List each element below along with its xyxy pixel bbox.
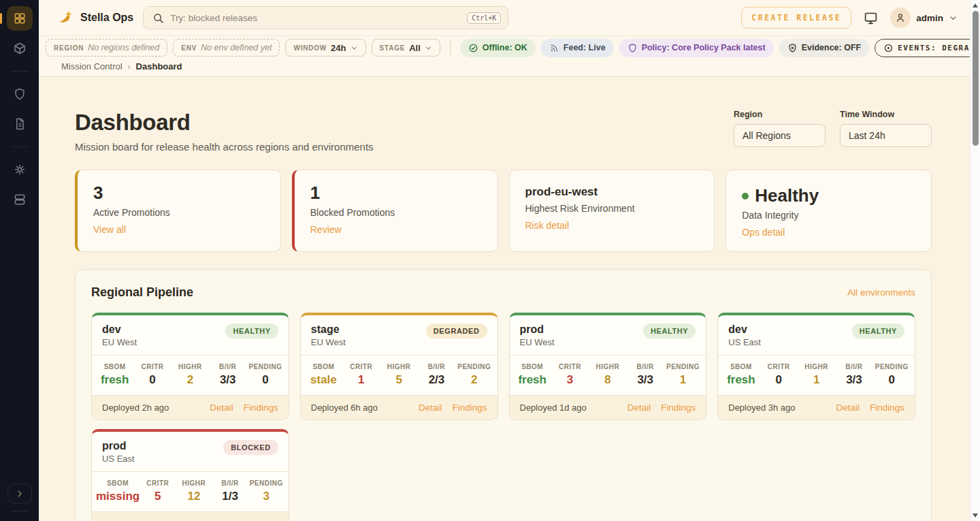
package-icon <box>13 42 27 55</box>
stat-label: PENDING <box>873 363 911 370</box>
detail-link[interactable]: Detail <box>419 402 442 413</box>
chevron-down-icon <box>350 44 358 52</box>
review-link[interactable]: Review <box>310 224 342 235</box>
stat-value: 2 <box>172 373 209 387</box>
deployed-timestamp: Deployed 2h ago <box>102 402 169 413</box>
search-input[interactable] <box>170 13 461 23</box>
region-chip[interactable]: REGION No regions defined <box>46 39 167 57</box>
findings-link[interactable]: Findings <box>452 402 487 413</box>
all-environments-link[interactable]: All environments <box>847 287 915 298</box>
sidebar-item-settings[interactable] <box>7 157 33 182</box>
summary-card-blocked-promotions: 1 Blocked Promotions Review <box>292 170 498 252</box>
ops-detail-link[interactable]: Ops detail <box>742 227 785 238</box>
scrollbar-thumb[interactable] <box>973 11 979 146</box>
detail-link[interactable]: Detail <box>210 519 233 521</box>
search-icon <box>152 12 164 24</box>
stat-value: 3 <box>551 373 589 387</box>
monitor-icon[interactable] <box>864 11 878 25</box>
stage-dropdown[interactable]: STAGE All <box>372 39 440 57</box>
scroll-up-arrow[interactable] <box>973 3 978 7</box>
context-bar: REGION No regions defined ENV No env def… <box>39 35 970 59</box>
sidebar-item-dashboard[interactable] <box>7 6 33 31</box>
region-select[interactable]: All Regions <box>734 124 826 147</box>
create-release-button[interactable]: CREATE RELEASE <box>741 7 851 29</box>
pipeline-card-stage-eu-west: stage EU West DEGRADED SBOMstale CRITR1 … <box>300 313 498 420</box>
stat-label: HIGHR <box>380 363 417 370</box>
findings-link[interactable]: Findings <box>870 402 904 413</box>
pipeline-card-dev-us-east: dev US East HEALTHY SBOMfresh CRITR0 HIG… <box>717 313 915 420</box>
user-menu[interactable]: admin <box>890 7 958 28</box>
page-subtitle: Mission board for release health across … <box>75 141 374 153</box>
sidebar-item-packages[interactable] <box>7 36 33 61</box>
active-indicator <box>0 13 2 24</box>
top-bar: Stella Ops Ctrl+K CREATE RELEASE admin <box>39 0 970 35</box>
user-name: admin <box>916 13 943 23</box>
env-chip[interactable]: ENV No env defined yet <box>173 39 280 57</box>
server-icon <box>13 193 27 206</box>
sidebar-expand-button[interactable] <box>7 484 32 504</box>
metric-value: prod-eu-west <box>525 186 699 199</box>
stat-label: PENDING <box>246 363 284 370</box>
sidebar-item-documents[interactable] <box>7 112 33 136</box>
sidebar-item-infrastructure[interactable] <box>7 187 33 212</box>
shield-x-icon <box>787 43 798 53</box>
divider <box>450 40 451 55</box>
chevron-right-icon <box>15 489 24 499</box>
vertical-scrollbar[interactable] <box>970 0 980 521</box>
breadcrumb-parent[interactable]: Mission Control <box>61 61 122 72</box>
environment-region: EU West <box>311 337 346 347</box>
stat-label: B/I/R <box>212 479 248 487</box>
stat-value: missing <box>96 490 140 503</box>
stat-label: SBOM <box>96 363 133 370</box>
shield-icon <box>627 43 638 53</box>
policy-status-pill: Policy: Core Policy Pack latest <box>619 39 774 57</box>
risk-detail-link[interactable]: Risk detail <box>525 220 570 231</box>
stat-value: 3/3 <box>835 373 872 387</box>
stat-label: CRITR <box>342 363 380 370</box>
stat-value: 5 <box>380 373 417 387</box>
environment-name: prod <box>102 440 135 452</box>
metric-label: Highest Risk Environment <box>525 203 699 214</box>
sidebar-item-security[interactable] <box>7 82 33 106</box>
findings-link[interactable]: Findings <box>244 402 278 413</box>
chevron-down-icon <box>425 44 432 52</box>
environment-region: EU West <box>520 337 555 347</box>
time-window-select[interactable]: Last 24h <box>840 124 932 147</box>
chevron-down-icon <box>949 14 958 22</box>
stat-value: 1 <box>342 373 380 387</box>
summary-card-active-promotions: 3 Active Promotions View all <box>75 170 281 252</box>
stat-value: 3/3 <box>209 373 246 387</box>
shield-icon <box>13 87 27 101</box>
sidebar-divider <box>11 71 29 72</box>
brand-name: Stella Ops <box>80 12 133 24</box>
evidence-status-pill: Evidence: OFF <box>779 39 870 57</box>
stat-label: CRITR <box>760 363 798 370</box>
user-icon <box>895 12 906 23</box>
metric-label: Blocked Promotions <box>310 207 482 218</box>
scroll-down-arrow[interactable] <box>973 514 978 518</box>
detail-link[interactable]: Detail <box>210 402 233 413</box>
events-status-pill[interactable]: EVENTS: DEGRADED <box>875 39 980 57</box>
stat-value: fresh <box>722 373 760 387</box>
stat-value: 0 <box>873 373 911 387</box>
window-dropdown[interactable]: WINDOW 24h <box>285 39 365 57</box>
global-search[interactable]: Ctrl+K <box>143 6 508 29</box>
page-content: Dashboard Mission board for release heal… <box>39 77 970 521</box>
brand: Stella Ops <box>58 10 133 26</box>
environment-region: US East <box>728 337 761 347</box>
stat-label: SBOM <box>305 363 342 370</box>
summary-card-highest-risk: prod-eu-west Highest Risk Environment Ri… <box>509 170 715 252</box>
view-all-link[interactable]: View all <box>93 224 126 235</box>
findings-link[interactable]: Findings <box>244 519 278 521</box>
detail-link[interactable]: Detail <box>836 402 860 413</box>
status-badge: DEGRADED <box>426 323 487 338</box>
stat-label: PENDING <box>664 363 702 370</box>
findings-link[interactable]: Findings <box>661 402 696 413</box>
metric-label: Active Promotions <box>93 207 265 218</box>
summary-card-data-integrity: Healthy Data Integrity Ops detail <box>725 170 932 252</box>
shortcut-badge: Ctrl+K <box>467 12 501 24</box>
time-window-filter-label: Time Window <box>840 110 932 119</box>
deployed-timestamp: Deployed 3d ago <box>102 519 169 521</box>
sidebar-divider <box>11 146 29 147</box>
detail-link[interactable]: Detail <box>627 402 651 413</box>
